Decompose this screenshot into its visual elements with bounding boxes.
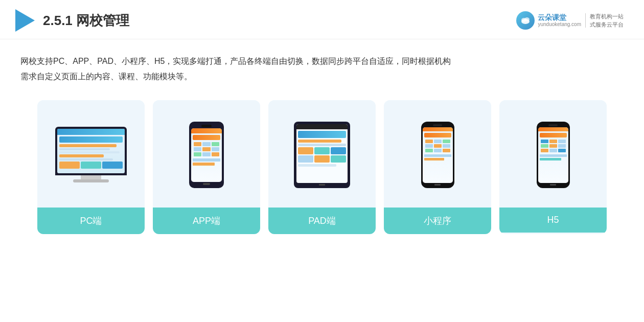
h5-phone-screen xyxy=(538,127,568,183)
pc-screen-outer xyxy=(55,127,127,175)
pad-screen xyxy=(296,124,348,183)
brand-slogan: 教育机构一站 式服务云平台 xyxy=(590,12,624,29)
app-image-area xyxy=(153,100,260,208)
page-container: 2.5.1 网校管理 云朵课堂 yunduoketang.com xyxy=(0,0,644,322)
phone-notch xyxy=(201,125,212,127)
logo-triangle-icon xyxy=(15,9,35,32)
pc-base xyxy=(73,179,109,182)
h5-phone-home-btn xyxy=(550,184,556,186)
pc-stand xyxy=(81,175,101,179)
device-card-miniprogram: 小程序 xyxy=(384,100,491,234)
app-label: APP端 xyxy=(153,208,260,234)
pad-image-area xyxy=(268,100,376,208)
brand-text: 云朵课堂 yunduoketang.com xyxy=(538,13,581,28)
pad-mockup xyxy=(294,122,350,188)
mini-phone-home-btn xyxy=(434,184,441,186)
app-phone-mockup xyxy=(189,122,224,188)
miniprogram-phone-mockup xyxy=(421,122,454,188)
h5-phone-notch xyxy=(548,124,558,126)
header: 2.5.1 网校管理 云朵课堂 yunduoketang.com xyxy=(0,0,644,39)
phone-home-btn xyxy=(203,183,210,185)
phone-screen xyxy=(191,128,222,182)
device-card-app: APP端 xyxy=(153,100,260,234)
pc-label: PC端 xyxy=(37,208,145,234)
description: 网校支持PC、APP、PAD、小程序、H5，实现多端打通，产品各终端自由切换，数… xyxy=(0,39,644,85)
pad-home-btn xyxy=(319,184,325,186)
header-left: 2.5.1 网校管理 xyxy=(15,9,129,32)
h5-label: H5 xyxy=(499,208,607,233)
pad-label: PAD端 xyxy=(268,208,376,234)
device-card-h5: H5 xyxy=(499,100,607,234)
h5-image-area xyxy=(499,100,607,208)
brand-logo: 云朵课堂 yunduoketang.com xyxy=(516,11,581,30)
header-right: 云朵课堂 yunduoketang.com 教育机构一站 式服务云平台 xyxy=(516,11,624,30)
pc-image-area xyxy=(37,100,145,208)
h5-phone-mockup xyxy=(537,122,570,188)
miniprogram-image-area xyxy=(384,100,491,208)
device-cards-section: PC端 xyxy=(0,85,644,244)
pc-mockup xyxy=(55,127,127,182)
page-title: 2.5.1 网校管理 xyxy=(43,12,129,30)
svg-point-2 xyxy=(524,17,530,21)
pc-screen-inner xyxy=(57,129,125,173)
device-card-pc: PC端 xyxy=(37,100,145,234)
mini-phone-notch xyxy=(433,124,442,126)
brand-divider xyxy=(585,13,586,28)
mini-phone-screen xyxy=(423,127,453,183)
device-card-pad: PAD端 xyxy=(268,100,376,234)
brand-icon xyxy=(516,11,535,30)
miniprogram-label: 小程序 xyxy=(384,208,491,234)
